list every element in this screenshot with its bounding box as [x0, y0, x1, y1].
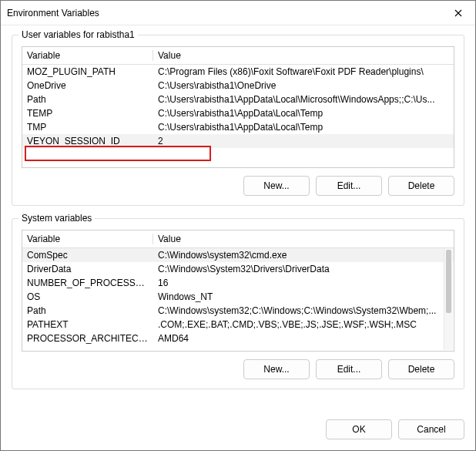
edit-button[interactable]: Edit...: [316, 359, 382, 379]
user-variables-table: Variable Value MOZ_PLUGIN_PATHC:\Program…: [22, 47, 454, 148]
cell-value: C:\Users\rabistha1\AppData\Local\Temp: [153, 120, 454, 134]
cell-variable: DriverData: [22, 262, 153, 276]
highlight-annotation: [25, 146, 211, 161]
table-row[interactable]: VEYON_SESSION_ID2: [22, 134, 454, 148]
table-row[interactable]: PATHEXT.COM;.EXE;.BAT;.CMD;.VBS;.VBE;.JS…: [22, 318, 454, 332]
column-header-value[interactable]: Value: [153, 231, 454, 248]
close-icon: [454, 9, 462, 17]
cell-variable: OS: [22, 290, 153, 304]
cell-value: AMD64: [153, 332, 454, 345]
cell-value: Windows_NT: [153, 290, 454, 304]
cell-value: 2: [153, 134, 454, 148]
cell-value: C:\Users\rabistha1\OneDrive: [153, 79, 454, 93]
user-variables-group: User variables for rabistha1 Variable Va…: [12, 35, 464, 206]
cell-value: C:\Windows\System32\Drivers\DriverData: [153, 262, 454, 276]
edit-button[interactable]: Edit...: [316, 176, 382, 196]
cell-value: .COM;.EXE;.BAT;.CMD;.VBS;.VBE;.JS;.JSE;.…: [153, 318, 454, 332]
table-row[interactable]: PROCESSOR_ARCHITECTUREAMD64: [22, 332, 454, 345]
cell-variable: Path: [22, 304, 153, 318]
scrollbar[interactable]: [444, 248, 453, 350]
system-variables-table-wrap[interactable]: Variable Value ComSpecC:\Windows\system3…: [22, 230, 454, 352]
dialog-content: User variables for rabistha1 Variable Va…: [1, 25, 475, 413]
system-buttons: New... Edit... Delete: [22, 359, 454, 379]
cell-value: C:\Users\rabistha1\AppData\Local\Microso…: [153, 93, 454, 106]
close-button[interactable]: [441, 2, 475, 25]
cell-value: C:\Program Files (x86)\Foxit Software\Fo…: [153, 65, 454, 79]
system-variables-group: System variables Variable Value ComSpecC…: [12, 218, 464, 389]
table-row[interactable]: OneDriveC:\Users\rabistha1\OneDrive: [22, 79, 454, 93]
table-row[interactable]: OSWindows_NT: [22, 290, 454, 304]
cell-value: 16: [153, 276, 454, 290]
cell-value: C:\Windows\system32;C:\Windows;C:\Window…: [153, 304, 454, 318]
cell-variable: PATHEXT: [22, 318, 153, 332]
system-variables-table: Variable Value ComSpecC:\Windows\system3…: [22, 231, 454, 345]
cell-value: C:\Users\rabistha1\AppData\Local\Temp: [153, 106, 454, 120]
titlebar: Environment Variables: [1, 1, 475, 25]
cell-variable: ComSpec: [22, 248, 153, 263]
table-row[interactable]: MOZ_PLUGIN_PATHC:\Program Files (x86)\Fo…: [22, 65, 454, 79]
cell-variable: VEYON_SESSION_ID: [22, 134, 153, 148]
cell-variable: PROCESSOR_ARCHITECTURE: [22, 332, 153, 345]
column-header-variable[interactable]: Variable: [22, 47, 153, 65]
cell-value: C:\Windows\system32\cmd.exe: [153, 248, 454, 263]
delete-button[interactable]: Delete: [388, 176, 454, 196]
new-button[interactable]: New...: [243, 359, 310, 379]
cell-variable: MOZ_PLUGIN_PATH: [22, 65, 153, 79]
cell-variable: TEMP: [22, 106, 153, 120]
ok-button[interactable]: OK: [326, 419, 392, 439]
user-buttons: New... Edit... Delete: [22, 176, 454, 196]
table-row[interactable]: TMPC:\Users\rabistha1\AppData\Local\Temp: [22, 120, 454, 134]
cancel-button[interactable]: Cancel: [398, 419, 464, 439]
table-row[interactable]: PathC:\Windows\system32;C:\Windows;C:\Wi…: [22, 304, 454, 318]
system-variables-label: System variables: [18, 213, 95, 224]
table-row[interactable]: NUMBER_OF_PROCESSORS16: [22, 276, 454, 290]
table-row[interactable]: TEMPC:\Users\rabistha1\AppData\Local\Tem…: [22, 106, 454, 120]
column-header-variable[interactable]: Variable: [22, 231, 153, 248]
environment-variables-dialog: Environment Variables User variables for…: [0, 0, 476, 451]
window-title: Environment Variables: [7, 8, 99, 19]
column-header-value[interactable]: Value: [153, 47, 454, 65]
cell-variable: TMP: [22, 120, 153, 134]
delete-button[interactable]: Delete: [388, 359, 454, 379]
dialog-footer: OK Cancel: [1, 413, 475, 450]
table-row[interactable]: DriverDataC:\Windows\System32\Drivers\Dr…: [22, 262, 454, 276]
user-variables-table-wrap[interactable]: Variable Value MOZ_PLUGIN_PATHC:\Program…: [22, 46, 454, 168]
cell-variable: NUMBER_OF_PROCESSORS: [22, 276, 153, 290]
cell-variable: Path: [22, 93, 153, 106]
table-row[interactable]: ComSpecC:\Windows\system32\cmd.exe: [22, 248, 454, 263]
scrollbar-thumb[interactable]: [446, 250, 451, 313]
table-row[interactable]: PathC:\Users\rabistha1\AppData\Local\Mic…: [22, 93, 454, 106]
new-button[interactable]: New...: [243, 176, 310, 196]
user-variables-label: User variables for rabistha1: [18, 29, 138, 40]
cell-variable: OneDrive: [22, 79, 153, 93]
